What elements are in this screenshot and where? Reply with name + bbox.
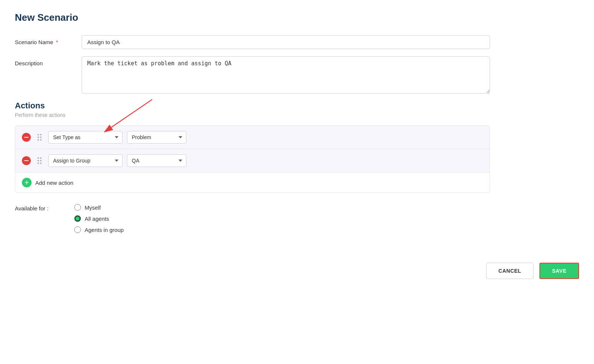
actions-container: Set Type as Assign to Group Assign to Ag… (15, 125, 490, 193)
radio-agents-in-group-label: Agents in group (85, 227, 124, 233)
save-button[interactable]: SAVE (539, 263, 579, 279)
action-value-select-2[interactable]: QA Support Billing Engineering (127, 154, 186, 167)
page-title: New Scenario (15, 12, 579, 23)
add-action-label: Add new action (35, 180, 74, 186)
action-row: Set Type as Assign to Group Assign to Ag… (15, 126, 490, 149)
action-row: Set Type as Assign to Group Assign to Ag… (15, 149, 490, 173)
drag-handle-1[interactable] (37, 134, 42, 141)
add-action-icon: + (22, 178, 32, 187)
radio-myself-input[interactable] (74, 204, 81, 211)
scenario-name-group: Scenario Name * (15, 35, 579, 49)
available-for-label: Available for : (15, 204, 67, 211)
footer-buttons: CANCEL SAVE (15, 255, 579, 279)
action-value-select-1[interactable]: Problem Question Incident Feature Reques… (127, 131, 186, 144)
radio-all-agents[interactable]: All agents (74, 215, 124, 222)
available-for-section: Available for : Myself All agents Agents… (15, 204, 579, 233)
remove-action-1-button[interactable] (22, 133, 31, 142)
drag-handle-2[interactable] (37, 157, 42, 164)
radio-all-agents-input[interactable] (74, 215, 81, 222)
scenario-name-input[interactable] (82, 35, 490, 49)
description-group: Description Mark the ticket as problem a… (15, 56, 579, 94)
action-type-select-2[interactable]: Set Type as Assign to Group Assign to Ag… (48, 154, 123, 167)
radio-all-agents-label: All agents (85, 216, 109, 222)
svg-line-1 (111, 99, 152, 127)
radio-myself[interactable]: Myself (74, 204, 124, 211)
radio-myself-label: Myself (85, 204, 101, 211)
radio-agents-in-group-input[interactable] (74, 226, 81, 233)
available-for-radio-group: Myself All agents Agents in group (74, 204, 124, 233)
cancel-button[interactable]: CANCEL (486, 263, 533, 279)
description-input[interactable]: Mark the ticket as problem and assign to… (82, 56, 490, 94)
radio-agents-in-group[interactable]: Agents in group (74, 226, 124, 233)
description-label: Description (15, 56, 82, 66)
action-type-select-1[interactable]: Set Type as Assign to Group Assign to Ag… (48, 131, 123, 144)
required-indicator: * (56, 39, 58, 45)
actions-section: Actions Perform these actions (15, 101, 579, 193)
remove-action-2-button[interactable] (22, 156, 31, 165)
add-action-row[interactable]: + Add new action (15, 173, 490, 193)
red-arrow-svg (97, 96, 163, 133)
scenario-name-label: Scenario Name * (15, 35, 82, 45)
